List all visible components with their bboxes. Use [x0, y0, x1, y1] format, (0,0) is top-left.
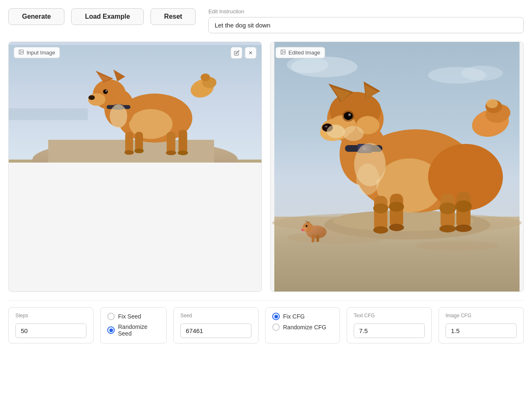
output-panel-text: Edited Image [288, 49, 320, 56]
input-image-panel: Input Image [8, 42, 262, 292]
svg-rect-53 [316, 235, 319, 242]
instruction-area: Edit Instruction [208, 8, 524, 33]
edit-image-button[interactable] [231, 47, 242, 59]
top-row: Generate Load Example Reset Edit Instruc… [8, 8, 524, 33]
svg-point-29 [134, 148, 144, 153]
fix-seed-option[interactable]: Fix Seed [107, 313, 160, 320]
output-image-icon [280, 49, 286, 56]
svg-point-72 [348, 114, 351, 116]
svg-point-78 [343, 126, 364, 141]
svg-point-71 [344, 112, 353, 120]
input-panel-label: Input Image [14, 47, 60, 58]
svg-point-18 [106, 90, 107, 92]
svg-rect-52 [312, 235, 315, 242]
svg-point-43 [416, 241, 499, 251]
svg-point-34 [282, 51, 283, 52]
instruction-label: Edit Instruction [208, 8, 524, 15]
svg-point-30 [166, 151, 176, 155]
svg-point-91 [455, 200, 472, 212]
randomize-seed-option[interactable]: Randomize Seed [107, 323, 160, 337]
seed-label: Seed [180, 313, 251, 318]
svg-point-16 [89, 95, 95, 100]
fix-cfg-radio[interactable] [272, 313, 280, 320]
image-cfg-control: Image CFG [438, 307, 524, 343]
output-panel-label: Edited Image [276, 47, 325, 58]
text-cfg-label: Text CFG [354, 313, 425, 318]
svg-point-97 [356, 163, 379, 195]
svg-point-92 [373, 226, 388, 234]
svg-point-94 [439, 225, 456, 232]
image-cfg-label: Image CFG [446, 313, 517, 318]
svg-point-79 [327, 125, 345, 138]
toolbar: Generate Load Example Reset [8, 8, 196, 25]
svg-point-32 [110, 104, 127, 128]
seed-toggle-control: Fix Seed Randomize Seed [100, 307, 167, 343]
svg-point-70 [325, 126, 328, 127]
randomize-seed-label: Randomize Seed [118, 323, 160, 337]
svg-point-90 [439, 202, 456, 214]
svg-point-31 [178, 151, 188, 155]
input-dog-image [9, 42, 261, 163]
output-image-area [271, 42, 523, 291]
seed-value-control: Seed [173, 307, 259, 343]
load-example-button[interactable]: Load Example [71, 8, 143, 25]
svg-point-17 [103, 89, 108, 94]
svg-point-37 [287, 57, 328, 73]
svg-rect-5 [9, 108, 88, 120]
randomize-cfg-option[interactable]: Randomize CFG [272, 323, 333, 331]
svg-point-87 [389, 202, 404, 212]
text-cfg-control: Text CFG [347, 307, 432, 343]
fix-cfg-option[interactable]: Fix CFG [272, 313, 333, 320]
image-cfg-input[interactable] [446, 323, 517, 338]
randomize-seed-radio[interactable] [107, 326, 115, 334]
fix-cfg-label: Fix CFG [283, 313, 305, 320]
randomize-cfg-radio[interactable] [272, 323, 280, 331]
svg-point-51 [301, 229, 304, 231]
svg-point-49 [305, 225, 308, 227]
output-dog-svg [271, 42, 523, 291]
instruction-input[interactable] [208, 17, 524, 33]
randomize-cfg-label: Randomize CFG [283, 324, 326, 331]
controls-row: Steps Fix Seed Randomize Seed Seed Fix C… [8, 300, 524, 347]
svg-point-57 [486, 99, 498, 108]
steps-input[interactable] [15, 323, 86, 338]
input-image-icon [18, 49, 24, 56]
svg-rect-84 [374, 196, 387, 231]
cfg-toggle-control: Fix CFG Randomize CFG [265, 307, 340, 343]
fix-seed-radio[interactable] [107, 313, 115, 320]
input-panel-text: Input Image [27, 49, 55, 56]
svg-point-28 [124, 150, 134, 155]
output-image-panel: Edited Image [270, 42, 524, 292]
svg-point-93 [389, 224, 404, 231]
seed-input[interactable] [180, 323, 251, 338]
fix-seed-label: Fix Seed [118, 313, 141, 320]
input-lower-area [9, 163, 261, 287]
svg-rect-27 [179, 130, 187, 154]
svg-point-1 [20, 51, 21, 52]
images-row: Input Image [8, 42, 524, 292]
close-image-button[interactable] [245, 47, 256, 59]
reset-button[interactable]: Reset [150, 8, 196, 25]
generate-button[interactable]: Generate [8, 8, 64, 25]
svg-point-10 [201, 74, 210, 81]
svg-rect-26 [167, 132, 175, 153]
steps-control: Steps [8, 307, 94, 343]
svg-point-39 [461, 66, 503, 81]
svg-point-95 [455, 225, 472, 232]
steps-label: Steps [15, 313, 86, 318]
text-cfg-input[interactable] [354, 323, 425, 338]
svg-point-86 [373, 203, 388, 213]
input-panel-actions [231, 47, 256, 59]
